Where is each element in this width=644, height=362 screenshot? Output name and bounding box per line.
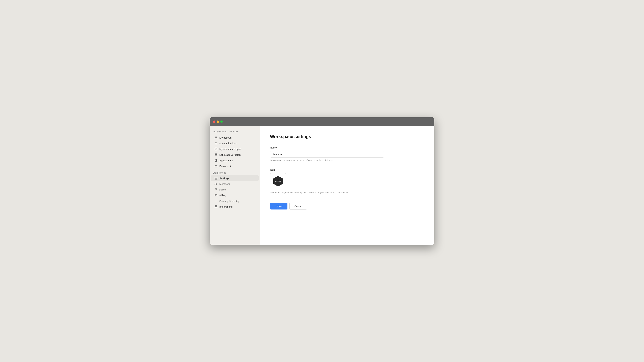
sidebar-item-my-connected-apps[interactable]: My connected apps — [211, 146, 258, 152]
sidebar-item-integrations[interactable]: Integrations — [211, 204, 258, 210]
acme-logo-svg: ACME — [272, 175, 284, 187]
titlebar — [210, 117, 434, 126]
sidebar-item-label: Security & identity — [219, 200, 240, 202]
sidebar-item-members[interactable]: Members — [211, 181, 258, 187]
name-section: Name You can use your name or the name o… — [270, 146, 424, 161]
divider-bottom — [270, 197, 424, 197]
bell-icon — [214, 142, 218, 145]
sidebar-item-label: My connected apps — [219, 148, 241, 150]
sidebar-item-label: Language & region — [219, 153, 241, 156]
sidebar-email: FIG@MAKENOTION.COM — [210, 131, 260, 135]
update-button[interactable]: Update — [270, 203, 288, 210]
icon-hint: Upload an image or pick an emoji. It wil… — [270, 191, 424, 194]
card-icon — [214, 194, 218, 197]
grid-icon — [214, 176, 218, 180]
close-button[interactable] — [213, 120, 215, 123]
main-content: Workspace settings Name You can use your… — [260, 126, 434, 245]
minimize-button[interactable] — [217, 120, 219, 123]
sidebar-item-my-account[interactable]: My account — [211, 135, 258, 140]
sidebar-item-appearance[interactable]: Appearance — [211, 158, 258, 163]
icon-section: Icon ACME Upload an image or pick an emo… — [270, 168, 424, 194]
gift-icon — [214, 164, 218, 168]
shield-icon — [214, 199, 218, 203]
maximize-button[interactable] — [220, 120, 223, 123]
sidebar-item-label: Integrations — [219, 205, 232, 208]
sidebar-item-label: My account — [219, 136, 232, 139]
icon-upload-box[interactable]: ACME — [270, 173, 286, 189]
sidebar-item-earn-credit[interactable]: Earn credit — [211, 163, 258, 169]
sidebar-item-settings[interactable]: Settings — [211, 175, 258, 181]
svg-rect-17 — [216, 207, 217, 208]
svg-text:ACME: ACME — [275, 180, 281, 182]
svg-rect-9 — [216, 178, 217, 179]
sidebar-item-my-notifications[interactable]: My notifications — [211, 140, 258, 146]
sidebar-item-plans[interactable]: Plans — [211, 187, 258, 192]
buttons-row: Update Cancel — [270, 203, 424, 210]
svg-rect-6 — [215, 177, 216, 178]
apps-icon — [214, 205, 218, 208]
page-title: Workspace settings — [270, 134, 424, 139]
icon-label: Icon — [270, 168, 424, 171]
sidebar-item-label: Billing — [219, 194, 226, 197]
sidebar-item-label: My notifications — [219, 142, 237, 145]
svg-rect-13 — [215, 196, 216, 196]
sidebar-item-language-region[interactable]: Language & region — [211, 152, 258, 158]
svg-point-0 — [216, 137, 217, 138]
sidebar-item-label: Earn credit — [219, 165, 232, 168]
people-icon — [214, 182, 218, 186]
circle-half-icon — [214, 159, 218, 162]
window-body: FIG@MAKENOTION.COM My account — [210, 126, 434, 245]
svg-rect-8 — [215, 178, 216, 179]
app-window: FIG@MAKENOTION.COM My account — [210, 117, 434, 245]
svg-rect-12 — [215, 194, 217, 196]
svg-rect-16 — [215, 207, 216, 208]
sidebar-item-label: Members — [219, 183, 230, 185]
divider-middle — [270, 165, 424, 165]
name-input[interactable] — [270, 151, 384, 158]
sidebar-item-security-identity[interactable]: Security & identity — [211, 198, 258, 204]
divider-top — [270, 143, 424, 143]
workspace-section-label: WORKSPACE — [210, 169, 260, 175]
sidebar-item-label: Plans — [219, 188, 226, 191]
svg-rect-15 — [216, 205, 217, 206]
book-icon — [214, 188, 218, 191]
sidebar-item-billing[interactable]: Billing — [211, 192, 258, 198]
svg-rect-14 — [215, 205, 216, 206]
svg-rect-7 — [216, 177, 217, 178]
sidebar: FIG@MAKENOTION.COM My account — [210, 126, 260, 245]
person-icon — [214, 136, 218, 139]
name-label: Name — [270, 146, 424, 149]
globe-icon — [214, 153, 218, 156]
arrow-square-icon — [214, 147, 218, 151]
svg-point-11 — [216, 183, 217, 184]
sidebar-item-label: Appearance — [219, 159, 233, 162]
sidebar-item-label: Settings — [219, 177, 229, 180]
name-hint: You can use your name or the name of you… — [270, 159, 424, 161]
svg-point-10 — [215, 183, 216, 184]
cancel-button[interactable]: Cancel — [290, 203, 307, 210]
